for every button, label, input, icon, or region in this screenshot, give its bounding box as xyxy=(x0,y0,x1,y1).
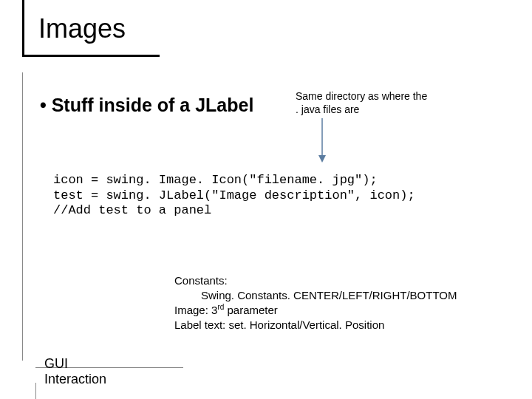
code-line-3: //Add test to a panel xyxy=(53,203,211,217)
footer-text: GUI Interaction xyxy=(44,356,106,387)
slide-title: Images xyxy=(38,13,126,44)
title-bottom-bar xyxy=(22,55,160,57)
directory-note: Same directory as where the . java files… xyxy=(296,90,427,116)
constants-label: Constants: xyxy=(174,273,457,288)
footer-left-bar xyxy=(35,383,36,399)
code-line-1: icon = swing. Image. Icon("filename. jpg… xyxy=(53,173,378,187)
note-line-2: . java files are xyxy=(296,103,359,115)
label-text-line: Label text: set. Horizontal/Vertical. Po… xyxy=(174,318,457,332)
image-param-sup: rd xyxy=(217,303,224,311)
constants-values: Swing. Constants. CENTER/LEFT/RIGHT/BOTT… xyxy=(201,288,457,303)
constants-block: Constants: Swing. Constants. CENTER/LEFT… xyxy=(174,273,457,332)
title-left-bar xyxy=(22,0,24,56)
note-line-1: Same directory as where the xyxy=(296,90,427,102)
image-param-label: Image: 3 xyxy=(174,304,217,316)
bullet-line: • Stuff inside of a JLabel xyxy=(40,95,253,116)
down-arrow-icon xyxy=(316,117,328,164)
image-param-rest: parameter xyxy=(224,304,278,316)
code-line-2: test = swing. JLabel("Image description"… xyxy=(53,188,415,202)
svg-marker-1 xyxy=(318,155,326,163)
image-param-line: Image: 3rd parameter xyxy=(174,302,457,318)
code-block: icon = swing. Image. Icon("filename. jpg… xyxy=(53,173,415,219)
slide: Images • Stuff inside of a JLabel Same d… xyxy=(0,0,532,399)
body-left-bar xyxy=(22,72,23,361)
